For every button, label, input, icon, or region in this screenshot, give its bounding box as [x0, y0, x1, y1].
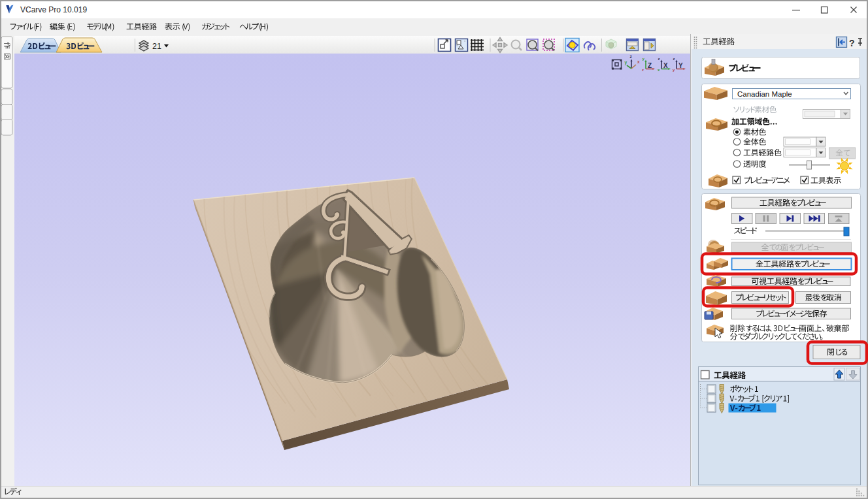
svg-text:21: 21: [152, 42, 161, 51]
svg-text:?: ?: [849, 38, 855, 48]
svg-text:VCarve Pro 10.019: VCarve Pro 10.019: [20, 5, 87, 14]
svg-text:x: x: [637, 59, 640, 64]
svg-text:y: y: [625, 60, 627, 65]
svg-text:Canadian Maple: Canadian Maple: [737, 90, 792, 98]
svg-text:z: z: [642, 68, 644, 72]
svg-text:Z: Z: [648, 62, 652, 69]
svg-text:X: X: [663, 62, 668, 69]
svg-text:z: z: [673, 57, 675, 61]
svg-text:Y: Y: [678, 62, 683, 69]
svg-text:z: z: [658, 57, 660, 61]
